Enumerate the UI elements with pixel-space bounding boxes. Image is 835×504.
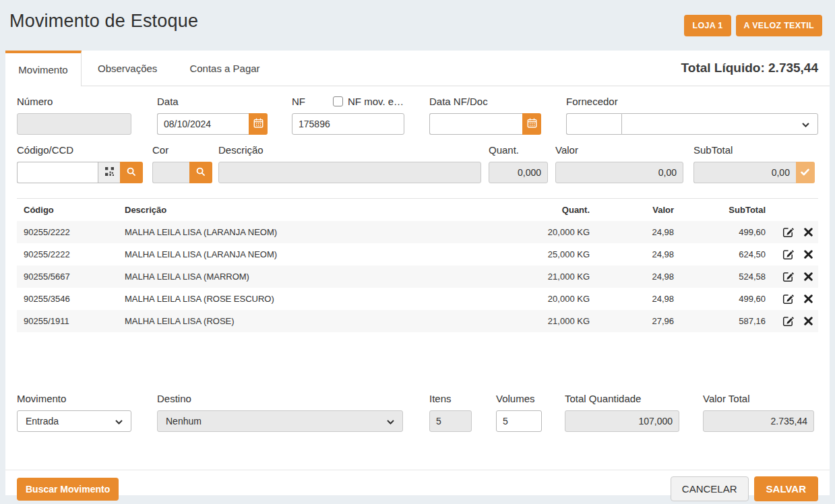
nf-mov-checkbox[interactable] xyxy=(333,96,343,106)
cancelar-button[interactable]: CANCELAR xyxy=(671,476,749,501)
cell-descricao: MALHA LEILA LISA (MARROM) xyxy=(125,265,489,288)
barcode-addon[interactable] xyxy=(98,162,120,183)
salvar-button[interactable]: SALVAR xyxy=(754,476,818,501)
chevron-down-icon xyxy=(387,416,394,427)
summary-row: Movimento Entrada Destino Nenhum xyxy=(17,383,818,432)
table-row: 90255/2222 MALHA LEILA LISA (LARANJA NEO… xyxy=(17,243,818,265)
table-row: 90255/1911 MALHA LEILA LISA (ROSE) 21,00… xyxy=(17,310,818,332)
fornecedor-code-field[interactable] xyxy=(566,113,621,135)
descricao-field xyxy=(218,162,481,183)
table-row: 90255/5667 MALHA LEILA LISA (MARROM) 21,… xyxy=(17,265,818,288)
cell-subtotal: 624,50 xyxy=(674,243,766,265)
cell-descricao: MALHA LEILA LISA (LARANJA NEOM) xyxy=(125,221,489,243)
edit-row-icon[interactable] xyxy=(782,226,794,238)
valor-label: Valor xyxy=(555,144,683,156)
cell-valor: 24,98 xyxy=(590,288,674,310)
cell-quant: 20,000 KG xyxy=(489,221,590,243)
tab-movimento[interactable]: Movimento xyxy=(5,51,82,86)
data-nf-doc-calendar-button[interactable] xyxy=(522,113,541,135)
page-header: Movimento de Estoque LOJA 1 A VELOZ TEXT… xyxy=(0,0,835,51)
delete-row-icon[interactable] xyxy=(804,272,813,281)
form-row-2: Código/CCD xyxy=(17,135,818,183)
descricao-label: Descrição xyxy=(218,144,481,156)
cell-descricao: MALHA LEILA LISA (ROSE ESCURO) xyxy=(125,288,489,310)
data-nf-doc-label: Data NF/Doc xyxy=(429,96,541,107)
cell-subtotal: 499,60 xyxy=(674,221,766,243)
items-table: Código Descrição Quant. Valor SubTotal 9… xyxy=(17,198,818,332)
nf-field[interactable] xyxy=(292,113,404,135)
data-field[interactable] xyxy=(157,113,249,135)
cell-quant: 21,000 KG xyxy=(489,265,590,288)
cell-valor: 24,98 xyxy=(590,243,674,265)
chevron-down-icon xyxy=(115,416,123,427)
volumes-field[interactable] xyxy=(496,410,542,432)
check-icon xyxy=(801,168,809,178)
nf-mov-checkbox-label: NF mov. e… xyxy=(348,96,404,107)
numero-field xyxy=(17,113,131,135)
main-panel: Movimento Observações Contas a Pagar Tot… xyxy=(5,51,830,495)
data-nf-doc-field[interactable] xyxy=(429,113,522,135)
tab-observacoes[interactable]: Observações xyxy=(82,51,173,86)
codigo-ccd-field[interactable] xyxy=(17,162,98,183)
delete-row-icon[interactable] xyxy=(804,294,813,303)
col-header-quant: Quant. xyxy=(489,199,590,222)
delete-row-icon[interactable] xyxy=(804,317,813,325)
movimento-select-value: Entrada xyxy=(26,416,115,427)
delete-row-icon[interactable] xyxy=(804,250,813,259)
company-button[interactable]: A VELOZ TEXTIL xyxy=(736,15,822,36)
delete-row-icon[interactable] xyxy=(804,228,813,237)
movimento-select[interactable]: Entrada xyxy=(17,410,131,432)
cell-codigo: 90255/1911 xyxy=(17,310,125,332)
cell-subtotal: 499,60 xyxy=(674,288,766,310)
calendar-icon xyxy=(527,118,537,130)
cell-descricao: MALHA LEILA LISA (LARANJA NEOM) xyxy=(125,243,489,265)
cell-quant: 25,000 KG xyxy=(489,243,590,265)
total-liquido: Total Líquido: 2.735,44 xyxy=(681,61,830,75)
tab-contas-a-pagar[interactable]: Contas a Pagar xyxy=(173,51,276,86)
store-button[interactable]: LOJA 1 xyxy=(684,15,731,36)
total-quantidade-field xyxy=(565,410,679,432)
movimento-label: Movimento xyxy=(17,393,131,404)
table-row: 90255/3546 MALHA LEILA LISA (ROSE ESCURO… xyxy=(17,288,818,310)
calendar-icon xyxy=(253,118,264,130)
cell-codigo: 90255/2222 xyxy=(17,221,125,243)
data-calendar-button[interactable] xyxy=(249,113,268,135)
cor-field xyxy=(152,162,189,183)
cor-label: Cor xyxy=(152,144,212,156)
subtotal-field xyxy=(693,162,796,183)
destino-select-value: Nenhum xyxy=(166,416,387,427)
items-table-header: Código Descrição Quant. Valor SubTotal xyxy=(17,199,818,222)
fornecedor-label: Fornecedor xyxy=(566,96,818,107)
subtotal-label: SubTotal xyxy=(693,144,815,156)
valor-total-field xyxy=(703,410,814,432)
header-buttons: LOJA 1 A VELOZ TEXTIL xyxy=(684,15,822,36)
cell-codigo: 90255/5667 xyxy=(17,265,125,288)
cell-codigo: 90255/3546 xyxy=(17,288,125,310)
codigo-search-button[interactable] xyxy=(120,162,143,183)
cell-quant: 21,000 KG xyxy=(489,310,590,332)
cell-valor: 24,98 xyxy=(590,221,674,243)
cor-search-button[interactable] xyxy=(189,162,212,183)
edit-row-icon[interactable] xyxy=(782,249,794,260)
col-header-codigo: Código xyxy=(17,199,125,222)
search-icon xyxy=(196,167,206,179)
edit-row-icon[interactable] xyxy=(782,271,794,282)
fornecedor-select[interactable] xyxy=(621,113,818,135)
cell-subtotal: 524,58 xyxy=(674,265,766,288)
search-icon xyxy=(127,167,136,179)
col-header-descricao: Descrição xyxy=(125,199,489,222)
quant-label: Quant. xyxy=(489,144,548,156)
col-header-actions xyxy=(766,199,818,222)
edit-row-icon[interactable] xyxy=(782,293,794,305)
valor-field xyxy=(555,162,683,183)
col-header-valor: Valor xyxy=(590,199,674,222)
form-row-1: Número Data xyxy=(17,86,818,135)
cell-subtotal: 587,16 xyxy=(674,310,766,332)
numero-label: Número xyxy=(17,96,131,107)
destino-select: Nenhum xyxy=(157,410,403,432)
edit-row-icon[interactable] xyxy=(782,315,794,327)
buscar-movimento-button[interactable]: Buscar Movimento xyxy=(17,478,119,501)
add-item-button[interactable] xyxy=(796,162,815,183)
nf-label: NF xyxy=(292,96,305,107)
itens-label: Itens xyxy=(429,393,472,404)
